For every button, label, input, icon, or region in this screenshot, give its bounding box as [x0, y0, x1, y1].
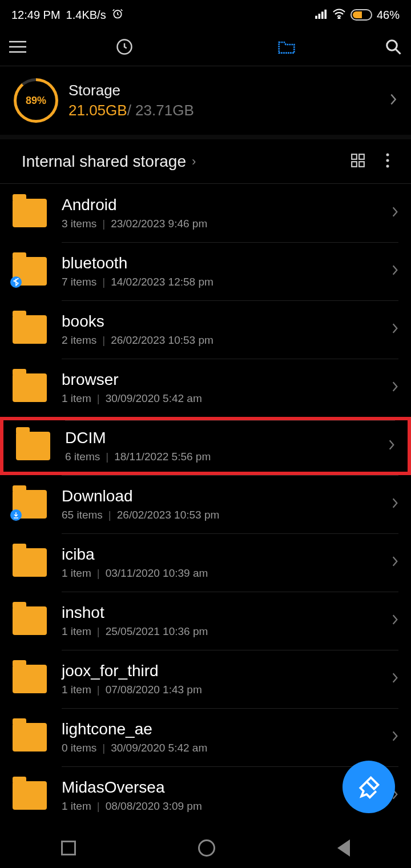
folder-date: 30/09/2020 5:42 am [106, 392, 202, 404]
folder-row[interactable]: bluetooth7 items|14/02/2023 12:58 pm [0, 242, 411, 300]
folder-icon [13, 315, 47, 344]
chevron-right-icon [392, 497, 398, 511]
storage-ring: 89% [14, 78, 58, 123]
folder-item-count: 7 items [62, 276, 96, 288]
nav-back-button[interactable] [337, 839, 350, 857]
folder-item-count: 65 items [62, 509, 103, 521]
svg-rect-1 [315, 15, 317, 18]
folder-item-count: 6 items [65, 451, 100, 463]
chevron-right-icon [392, 614, 398, 628]
folder-row[interactable]: joox_for_third1 item|07/08/2020 1:43 pm [0, 650, 411, 708]
chevron-right-icon [389, 93, 397, 108]
wifi-icon [332, 9, 346, 22]
folder-icon [13, 548, 47, 577]
download-badge-icon [10, 509, 22, 521]
storage-summary[interactable]: 89% Storage 21.05GB/ 23.71GB [0, 66, 411, 139]
folder-name: Download [62, 487, 392, 505]
menu-icon[interactable] [9, 40, 26, 56]
folder-row[interactable]: lightcone_ae0 items|30/09/2020 5:42 am [0, 708, 411, 766]
search-icon[interactable] [385, 38, 402, 58]
folder-date: 18/11/2022 5:56 pm [114, 451, 211, 463]
storage-total: 23.71GB [135, 102, 194, 119]
folder-icon [13, 723, 47, 752]
storage-ring-pct: 89% [17, 81, 55, 120]
signal-icon [315, 9, 328, 22]
nav-recent-button[interactable] [61, 841, 76, 855]
folder-icon [13, 257, 47, 286]
folder-item-count: 1 item [62, 800, 91, 812]
folder-item-count: 3 items [62, 218, 96, 230]
svg-point-5 [338, 17, 340, 19]
folder-row[interactable]: books2 items|26/02/2023 10:53 pm [0, 300, 411, 359]
clean-fab[interactable] [342, 761, 395, 813]
svg-point-10 [387, 40, 397, 50]
chevron-right-icon [392, 381, 398, 395]
chevron-right-icon [388, 439, 395, 453]
android-nav-bar [0, 828, 411, 868]
folder-name: bluetooth [62, 254, 392, 272]
folder-name: joox_for_third [62, 662, 392, 680]
folder-row[interactable]: iciba1 item|03/11/2020 10:39 am [0, 533, 411, 592]
folder-name: lightcone_ae [62, 720, 392, 738]
folder-row[interactable]: DCIM6 items|18/11/2022 5:56 pm [0, 417, 411, 475]
status-bar: 12:49 PM 1.4KB/s 46% [0, 0, 411, 30]
bluetooth-badge-icon [10, 276, 22, 288]
nav-home-button[interactable] [198, 839, 215, 857]
folder-date: 08/08/2020 3:09 pm [106, 800, 202, 812]
folder-icon [13, 199, 47, 227]
folder-name: browser [62, 371, 392, 389]
folder-date: 14/02/2023 12:58 pm [111, 276, 213, 288]
folder-icon [16, 432, 50, 460]
folder-icon [13, 606, 47, 635]
battery-icon [350, 9, 372, 21]
folder-icon [13, 665, 47, 693]
chevron-right-icon: › [192, 154, 196, 169]
chevron-right-icon [392, 730, 398, 744]
svg-rect-14 [352, 162, 357, 167]
folder-icon [13, 781, 47, 810]
battery-pct: 46% [377, 9, 400, 22]
top-tab-bar [0, 30, 411, 66]
folder-date: 26/02/2023 10:53 pm [117, 509, 220, 521]
chevron-right-icon [392, 264, 398, 278]
view-grid-icon[interactable] [350, 153, 365, 170]
chevron-right-icon [392, 206, 398, 220]
folder-name: inshot [62, 604, 392, 622]
svg-rect-3 [321, 11, 324, 19]
folder-row[interactable]: Download65 items|26/02/2023 10:53 pm [0, 475, 411, 533]
svg-point-17 [386, 159, 389, 162]
folder-row[interactable]: inshot1 item|25/05/2021 10:36 pm [0, 592, 411, 650]
folder-date: 30/09/2020 5:42 am [111, 742, 207, 754]
folder-item-count: 1 item [62, 625, 91, 637]
folder-name: books [62, 312, 392, 331]
folder-item-count: 1 item [62, 684, 91, 696]
svg-rect-4 [324, 9, 327, 18]
folder-icon [13, 373, 47, 402]
folder-row[interactable]: Android3 items|23/02/2023 9:46 pm [0, 184, 411, 242]
breadcrumb-row: Internal shared storage › [0, 139, 411, 184]
chevron-right-icon [392, 556, 398, 569]
folder-date: 07/08/2020 1:43 pm [106, 684, 202, 696]
svg-point-16 [386, 153, 389, 156]
folder-row[interactable]: browser1 item|30/09/2020 5:42 am [0, 359, 411, 417]
folder-item-count: 1 item [62, 567, 91, 579]
storage-used: 21.05GB [68, 102, 127, 119]
folder-name: DCIM [65, 429, 388, 447]
folder-date: 26/02/2023 10:53 pm [111, 334, 213, 346]
folder-item-count: 0 items [62, 742, 96, 754]
chevron-right-icon [392, 323, 398, 336]
status-time: 12:49 PM [11, 9, 61, 22]
tab-recent[interactable] [116, 38, 133, 58]
breadcrumb[interactable]: Internal shared storage [22, 152, 186, 171]
svg-rect-12 [352, 154, 357, 159]
folder-date: 25/05/2021 10:36 pm [106, 625, 208, 637]
svg-line-11 [396, 49, 401, 54]
folder-date: 03/11/2020 10:39 am [106, 567, 208, 579]
alarm-icon [112, 8, 123, 22]
tab-files[interactable] [277, 39, 296, 57]
svg-rect-13 [359, 154, 364, 159]
folder-name: Android [62, 196, 392, 214]
more-icon[interactable] [386, 153, 389, 170]
folder-name: iciba [62, 545, 392, 564]
folder-item-count: 2 items [62, 334, 96, 346]
